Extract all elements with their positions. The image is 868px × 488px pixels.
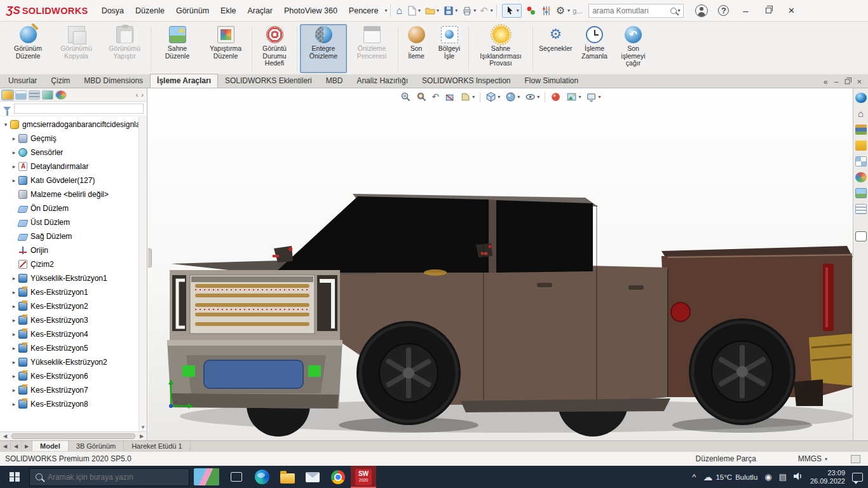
- tree-item-cizim2[interactable]: Çizim2: [0, 257, 147, 271]
- tree-item-kes-ekstruzyon8[interactable]: ▸Kes-Ekstrüzyon8: [0, 397, 147, 411]
- notification-center-icon[interactable]: [852, 473, 863, 482]
- tree-horizontal-scrollbar[interactable]: ◀ ▶: [0, 431, 147, 440]
- forum-icon[interactable]: [855, 231, 867, 241]
- caret-right-icon[interactable]: ▸: [10, 373, 18, 379]
- close-button[interactable]: ×: [780, 1, 803, 20]
- ribbon-button-goruntu-durumu-hedefi[interactable]: Görüntü Durumu Hedefi: [255, 24, 294, 73]
- taskbar-app-edge[interactable]: [249, 466, 275, 488]
- menu-pencere[interactable]: Pencere: [343, 0, 384, 22]
- tree-item-kes-ekstruzyon7[interactable]: ▸Kes-Ekstrüzyon7: [0, 383, 147, 397]
- scroll-right-icon[interactable]: ▶: [137, 433, 147, 439]
- doc-close-icon[interactable]: ×: [857, 77, 862, 86]
- ribbon-button-yapistirma-duzenle[interactable]: Yapıştırma Düzenle: [202, 24, 249, 73]
- caret-right-icon[interactable]: ▸: [10, 275, 18, 281]
- save-icon[interactable]: ▾: [442, 3, 459, 19]
- help-icon[interactable]: ?: [718, 5, 729, 16]
- taskbar-app-solidworks[interactable]: SW2020: [351, 466, 376, 488]
- hidden-icons-chevron[interactable]: ^: [692, 472, 696, 482]
- design-library-icon[interactable]: [855, 125, 867, 135]
- account-avatar[interactable]: [695, 4, 708, 17]
- display-manager-tab-icon[interactable]: [55, 90, 67, 100]
- graphics-viewport[interactable]: ↶ ▾ ▾ ▾ ▾ ▾ ▾ z: [148, 88, 853, 440]
- ribbon-button-isleme-zamanla[interactable]: İşleme Zamanla: [577, 24, 613, 73]
- units-dropdown[interactable]: MMGS▾: [798, 454, 827, 463]
- ribbon-button-son-ileme[interactable]: Son İleme: [401, 24, 431, 73]
- caret-right-icon[interactable]: ▸: [10, 163, 18, 170]
- taskbar-search-box[interactable]: [29, 468, 189, 486]
- appearances-icon[interactable]: [855, 172, 867, 182]
- ribbon-button-secenekler[interactable]: ⚙Seçenekler: [536, 24, 576, 73]
- menu-araclar[interactable]: Araçlar: [241, 0, 278, 22]
- scroll-down-icon[interactable]: ▼: [140, 424, 146, 431]
- command-search-input[interactable]: [592, 6, 670, 15]
- menu-overflow-caret-icon[interactable]: ▾: [384, 8, 387, 13]
- caret-right-icon[interactable]: ▸: [10, 149, 18, 156]
- feature-manager-tab-icon[interactable]: [2, 90, 13, 100]
- news-weather-widget[interactable]: [194, 468, 219, 485]
- print-icon[interactable]: ▾: [460, 3, 477, 19]
- file-explorer-icon[interactable]: [855, 140, 867, 151]
- tabs-first-icon[interactable]: ◀: [0, 441, 11, 451]
- tree-item-gecmis[interactable]: ▸Geçmiş: [0, 132, 147, 146]
- panel-splitter-grip[interactable]: [148, 248, 152, 268]
- ribbon-button-entegre-onizleme[interactable]: Entegre Önizleme: [300, 24, 347, 73]
- previous-view-icon[interactable]: ↶: [432, 92, 440, 102]
- custom-properties-icon[interactable]: [855, 204, 867, 214]
- volume-icon[interactable]: [794, 472, 803, 482]
- section-view-icon[interactable]: [444, 92, 455, 102]
- tab-unsurlar[interactable]: Unsurlar: [1, 74, 44, 88]
- menu-duzenle[interactable]: Düzenle: [130, 0, 170, 22]
- tree-item-kes-ekstruzyon5[interactable]: ▸Kes-Ekstrüzyon5: [0, 341, 147, 355]
- panel-tabs-right-icon[interactable]: ›: [141, 91, 144, 98]
- apply-scene-icon[interactable]: ▾: [566, 92, 581, 102]
- caret-right-icon[interactable]: ▸: [10, 345, 18, 351]
- tree-item-on-duzlem[interactable]: Ön Düzlem: [0, 201, 147, 215]
- tab-analiz-hazirligi[interactable]: Analiz Hazırlığı: [349, 74, 415, 88]
- ribbon-button-sahne-duzenle[interactable]: Sahne Düzenle: [154, 24, 201, 73]
- tab-solidworks-eklentileri[interactable]: SOLIDWORKS Eklentileri: [218, 74, 319, 88]
- taskbar-clock[interactable]: 23:09 26.09.2022: [810, 469, 845, 485]
- edit-appearance-viewport-icon[interactable]: [550, 92, 561, 102]
- property-manager-tab-icon[interactable]: [15, 90, 27, 100]
- tree-item-kes-ekstruzyon3[interactable]: ▸Kes-Ekstrüzyon3: [0, 313, 147, 327]
- tabs-prev-icon[interactable]: ◀: [11, 441, 22, 451]
- command-search-box[interactable]: ▾: [588, 4, 684, 18]
- doc-restore-icon[interactable]: [845, 79, 850, 85]
- display-states-icon[interactable]: [524, 3, 538, 19]
- taskbar-search-input[interactable]: [48, 473, 183, 482]
- view-palette-icon[interactable]: [855, 156, 867, 166]
- options-gear-icon[interactable]: ⚙: [555, 3, 566, 19]
- caret-right-icon[interactable]: ▸: [10, 289, 18, 295]
- tree-item-yukseklik-ekstruzyon1[interactable]: ▸Yükseklik-Ekstrüzyon1: [0, 271, 147, 285]
- tab-solidworks-inspection[interactable]: SOLIDWORKS Inspection: [415, 74, 517, 88]
- dimxpert-manager-tab-icon[interactable]: [42, 90, 53, 100]
- restore-button[interactable]: [757, 1, 780, 20]
- status-pane-icon[interactable]: [851, 455, 860, 463]
- tree-item-ust-duzlem[interactable]: Üst Düzlem: [0, 215, 147, 229]
- start-button[interactable]: [0, 466, 29, 488]
- caret-right-icon[interactable]: ▸: [10, 303, 18, 309]
- tree-item-kes-ekstruzyon1[interactable]: ▸Kes-Ekstrüzyon1: [0, 285, 147, 299]
- ribbon-button-gorunum-duzenle[interactable]: Görünüm Düzenle: [4, 24, 51, 73]
- toolbar-overflow-label[interactable]: g...: [573, 7, 582, 15]
- caret-right-icon[interactable]: ▸: [10, 387, 18, 393]
- tabs-next-icon[interactable]: ▶: [22, 441, 32, 451]
- caret-right-icon[interactable]: ▸: [10, 135, 18, 142]
- open-document-icon[interactable]: ▾: [423, 3, 440, 19]
- tab-3b-gorunum[interactable]: 3B Görünüm: [69, 441, 124, 451]
- tree-filter-input[interactable]: [14, 104, 144, 114]
- caret-right-icon[interactable]: ▸: [10, 359, 18, 365]
- tree-item-kes-ekstruzyon4[interactable]: ▸Kes-Ekstrüzyon4: [0, 327, 147, 341]
- caret-right-icon[interactable]: ▸: [10, 331, 18, 337]
- undock-pane-icon[interactable]: «: [824, 78, 828, 86]
- tree-vertical-scrollbar[interactable]: ▼: [139, 116, 147, 431]
- minimize-button[interactable]: –: [734, 1, 757, 20]
- tree-item-kati-govdeler[interactable]: ▸Katı Gövdeler(127): [0, 173, 147, 187]
- taskbar-app-mail[interactable]: [300, 466, 325, 488]
- tab-mbd-dimensions[interactable]: MBD Dimensions: [77, 74, 150, 88]
- tray-weather[interactable]: ☁ 15°C Bulutlu: [703, 471, 757, 483]
- tree-item-sag-duzlem[interactable]: Sağ Düzlem: [0, 229, 147, 243]
- zoom-area-icon[interactable]: [416, 92, 427, 102]
- home-icon[interactable]: ⌂: [395, 3, 403, 19]
- tree-root-item[interactable]: ▾gmcsierradoganbaranciftcidesignla: [0, 118, 147, 132]
